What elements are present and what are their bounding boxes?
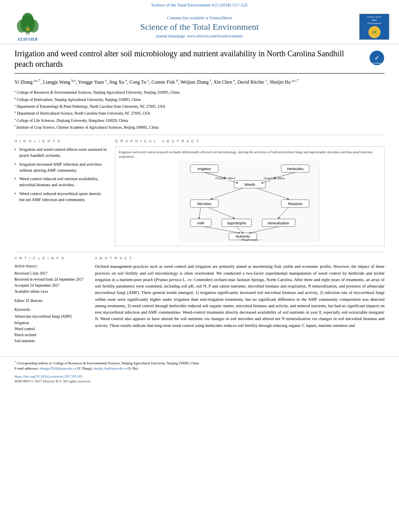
article-title: Irrigation and weed control alter soil m… [14,48,344,69]
svg-text:AMF: AMF [197,221,204,225]
editor-line: Editor: D. Barcelo [14,299,87,303]
article-info-label: A R T I C L E I N F O [14,256,87,260]
svg-text:✓: ✓ [374,55,379,61]
affiliation-b: b College of Horticulture, Nanjing Agric… [14,97,385,103]
svg-text:Irrigation: Irrigation [197,167,211,171]
elsevier-label: ELSEVIER [18,37,38,41]
abstract-col: A B S T R A C T Orchard management pract… [95,256,385,344]
abstract-text: Orchard management practices such as wee… [95,263,385,329]
elsevier-logo: ELSEVIER [10,12,46,41]
authors-line: Yi Zhang a,c,*, Liangju Wang b,c, Yongge… [14,78,385,86]
svg-text:Saprotrophs: Saprotrophs [227,221,246,225]
article-content: Irrigation and weed control alter soil m… [0,44,399,352]
received-date: Received 5 July 2017 [14,271,87,277]
highlight-item-4: Weed control reduced mycorrhizal spore d… [14,191,107,203]
footer-doi: https://doi.org/10.1016/j.scitotenv.2017… [14,374,385,379]
email-hu[interactable]: shuijin_hu@njau.edu.cn [93,366,127,370]
elsevier-tree-icon [14,12,42,36]
journal-homepage[interactable]: journal homepage: www.elsevier.com/locat… [46,34,353,38]
svg-rect-6 [27,27,29,29]
affiliations: a College of Resources & Environmental S… [14,89,385,131]
footer-copyright: 0048-9697/© 2017 Elsevier B.V. All right… [14,379,385,383]
svg-point-4 [22,13,33,26]
svg-text:← Peach roots →: ← Peach roots → [237,238,262,242]
affiliation-e: e College of Life Sciences, Zhejiang Uni… [14,117,385,124]
keyword-1: Arbuscular mycorrhizal fungi (AMF) [14,314,87,320]
keyword-3: Weed control [14,326,87,332]
journal-logo-right: Science of theTotalEnvironment [353,14,389,40]
article-history: Article history: Received 5 July 2017 Re… [14,263,87,295]
svg-text:Mineralization: Mineralization [267,221,289,225]
highlight-item-1: Irrigation and weed control effects were… [14,146,107,158]
graphical-abstract-caption: Irrigation and weed control in peach orc… [119,150,381,159]
keyword-4: Peach orchard [14,332,87,338]
header-section: ELSEVIER Contents lists available at Sci… [0,9,399,44]
svg-text:Herbicides: Herbicides [287,167,304,171]
diagram-svg: Irrigation Herbicides Positive effect Ne… [119,161,381,242]
affiliation-a: a College of Resources & Environmental S… [14,89,385,96]
page-footer: * Corresponding authors at: College of R… [0,356,399,386]
keywords-title: Keywords: [14,307,87,313]
email-zhang[interactable]: zhangyi2016@njau.edu.cn [39,366,76,370]
sciencedirect-link[interactable]: Contents lists available at ScienceDirec… [46,16,353,20]
keyword-2: Irrigation [14,320,87,326]
article-title-section: Irrigation and weed control alter soil m… [14,48,385,74]
svg-text:Residues: Residues [288,202,303,206]
article-info-col: A R T I C L E I N F O Article history: R… [14,256,87,344]
journal-logo-box: Science of theTotalEnvironment [359,14,389,40]
affiliation-f: f Institute of Crop Science, Chinese Aca… [14,124,385,131]
svg-text:Negative effect: Negative effect [264,177,285,181]
highlights-label: H I G H L I G H T S [14,139,107,143]
svg-text:Weeds: Weeds [245,183,256,187]
doi-link[interactable]: https://doi.org/10.1016/j.scitotenv.2017… [14,374,82,378]
received-revised-date: Received in revised form 24 September 20… [14,277,87,283]
highlights-col: H I G H L I G H T S Irrigation and weed … [14,139,107,246]
highlight-item-2: Irrigation increased AMF infection and a… [14,161,107,173]
available-date: Available online xxxx [14,289,87,295]
highlight-item-3: Weed control reduced soil nutrient avail… [14,176,107,188]
affiliation-c: c Department of Entomology & Plant Patho… [14,103,385,110]
svg-text:CrossMark: CrossMark [372,62,382,64]
journal-top-bar: Science of the Total Environment 615 (20… [0,0,399,9]
svg-text:Positive effect: Positive effect [216,177,235,181]
footer-email-note: E-mail addresses: zhangyi2016@njau.edu.c… [14,366,138,370]
prunus-species: Prunus persica [156,277,181,282]
journal-citation: Science of the Total Environment 615 (20… [151,2,248,7]
highlights-list: Irrigation and weed control effects were… [14,146,107,203]
keyword-5: Soil nutrients [14,338,87,344]
graphical-abstract-box: Irrigation and weed control in peach orc… [115,146,385,246]
abstract-label: A B S T R A C T [95,256,385,260]
crossmark-icon: ✓ CrossMark [369,50,385,66]
affiliation-d: d Department of Horticultural Science, N… [14,110,385,117]
history-title: Article history: [14,263,87,269]
keywords-section: Keywords: Arbuscular mycorrhizal fungi (… [14,307,87,344]
graphical-abstract-label: G R A P H I C A L A B S T R A C T [115,139,385,143]
accepted-date: Accepted 24 September 2017 [14,283,87,289]
bottom-two-col: A R T I C L E I N F O Article history: R… [14,252,385,344]
journal-title: Science of the Total Environment [46,22,353,32]
highlights-graphical-section: H I G H L I G H T S Irrigation and weed … [14,135,385,246]
svg-text:Microbes: Microbes [197,202,212,206]
header-center: Contents lists available at ScienceDirec… [46,16,353,38]
footer-corresponding-note: * Corresponding authors at: College of R… [14,360,385,371]
graphical-abstract-col: G R A P H I C A L A B S T R A C T Irriga… [115,139,385,246]
page-wrapper: Science of the Total Environment 615 (20… [0,0,399,532]
crossmark-badge[interactable]: ✓ CrossMark [369,50,385,67]
